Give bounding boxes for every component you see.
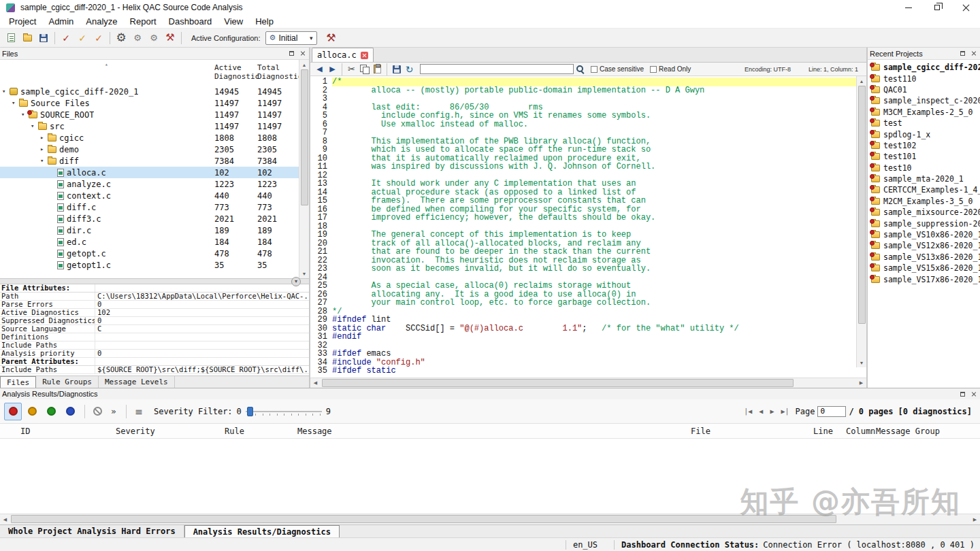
tab-files[interactable]: Files (0, 376, 36, 388)
recent-project-sample-vs15x86-2020-1[interactable]: sample_VS15x86-2020_1 (868, 263, 980, 273)
tree-item-dir-c[interactable]: dir.c189189 (0, 224, 309, 236)
column-header-severity[interactable]: Severity (116, 427, 225, 436)
tab-analysis-results-diagnostics[interactable]: Analysis Results/Diagnostics (184, 525, 340, 537)
tab-whole-project-analysis-hard-errors[interactable]: Whole Project Analysis Hard Errors (0, 525, 184, 537)
editor-tab-alloca-c[interactable]: alloca.c (312, 48, 374, 62)
slider-handle[interactable] (247, 407, 253, 416)
recent-project-sample-vs10x86-2020-1[interactable]: sample_VS10x86-2020_1 (868, 229, 980, 240)
project-properties-button[interactable]: ⚒ (323, 30, 340, 46)
tree-item-getopt1-c[interactable]: getopt1.c3535 (0, 259, 309, 271)
tree-item-cgicc[interactable]: ▸cgicc18081808 (0, 132, 309, 144)
last-page-icon[interactable]: ▶| (777, 407, 792, 415)
tree-item-analyze-c[interactable]: analyze.c12231223 (0, 178, 309, 190)
recent-project-sample-mixsource-2020-1[interactable]: sample_mixsource-2020_1 (868, 207, 980, 218)
scrollbar-thumb[interactable] (11, 515, 836, 523)
new-project-icon[interactable] (3, 30, 19, 46)
tree-item-context-c[interactable]: context.c440440 (0, 190, 309, 201)
column-header-message[interactable]: Message (297, 427, 691, 436)
remove-analysis-gear-icon[interactable]: ⚙ (146, 30, 162, 46)
build-tools-icon[interactable]: ⚒ (162, 30, 178, 46)
scroll-down-icon[interactable]: ▼ (860, 358, 864, 367)
recent-project-test10[interactable]: test10 (868, 163, 980, 173)
column-header-rule[interactable]: Rule (225, 427, 297, 436)
tree-item-sample-cgicc-diff-2020-1[interactable]: ▾sample_cgicc_diff-2020_11494514945 (0, 86, 309, 97)
editor-horizontal-scrollbar[interactable]: ◀ ▶ (310, 378, 866, 388)
tree-item-ed-c[interactable]: ed.c184184 (0, 236, 309, 248)
scroll-right-icon[interactable]: ▶ (856, 378, 866, 388)
recent-project-certccm-examples-1-4-0[interactable]: CERTCCM_Examples-1_4_0 (868, 184, 980, 195)
severity-filter-slider[interactable] (246, 406, 322, 417)
close-panel-button[interactable] (298, 49, 307, 58)
tree-item-source-files[interactable]: ▾Source Files1149711497 (0, 97, 309, 109)
suppressed-diagnostics-icon[interactable] (89, 403, 105, 420)
read-only-checkbox[interactable] (650, 66, 657, 73)
collapse-icon[interactable]: ▾ (12, 100, 19, 106)
undock-panel-button[interactable] (958, 390, 967, 399)
copy-icon[interactable] (358, 63, 371, 75)
results-table-body[interactable] (0, 439, 980, 514)
open-project-icon[interactable] (19, 30, 35, 46)
collapse-splitter-button[interactable] (291, 277, 301, 286)
results-horizontal-scrollbar[interactable]: ◀ ▶ (0, 514, 980, 524)
menu-item-admin[interactable]: Admin (42, 15, 80, 28)
menu-item-dashboard[interactable]: Dashboard (163, 15, 218, 28)
scroll-up-icon[interactable]: ▲ (302, 60, 307, 69)
expand-icon[interactable]: ▸ (40, 146, 48, 152)
files-panel-splitter[interactable] (0, 278, 309, 284)
close-panel-button[interactable] (969, 390, 978, 399)
tree-item-src[interactable]: ▾src1149711497 (0, 120, 309, 132)
collapse-icon[interactable]: ▾ (31, 123, 38, 129)
severity-warning-icon[interactable] (23, 403, 41, 420)
analyze-modified-files-icon[interactable]: ✓ (74, 30, 91, 46)
analyze-project-icon[interactable]: ✓ (91, 30, 107, 46)
menu-item-analyze[interactable]: Analyze (80, 15, 123, 28)
tree-item-demo[interactable]: ▸demo23052305 (0, 144, 309, 155)
scroll-up-icon[interactable]: ▴ (105, 62, 108, 86)
recent-project-test110[interactable]: test110 (868, 73, 980, 84)
recent-project-qac01[interactable]: QAC01 (868, 84, 980, 95)
prev-page-icon[interactable]: ◀ (755, 407, 766, 415)
menu-item-report[interactable]: Report (124, 15, 163, 28)
search-icon[interactable] (576, 65, 585, 73)
paste-icon[interactable] (371, 63, 384, 75)
forward-icon[interactable]: ▶ (326, 63, 339, 75)
scroll-down-icon[interactable]: ▼ (302, 269, 307, 278)
column-header-file[interactable]: File (691, 427, 813, 436)
recent-project-m3cm-examples-2-5-0[interactable]: M3CM_Examples-2_5_0 (868, 107, 980, 118)
recent-project-sample-vs12x86-2020-1[interactable]: sample_VS12x86-2020_1 (868, 240, 980, 251)
scroll-left-icon[interactable]: ◀ (0, 514, 10, 524)
save-project-icon[interactable] (35, 30, 52, 46)
scroll-left-icon[interactable]: ◀ (310, 378, 321, 388)
settings-gear-icon[interactable]: ⚙ (113, 30, 129, 46)
view-menu-icon[interactable]: ≡ (131, 403, 147, 420)
menu-item-view[interactable]: View (218, 15, 249, 28)
next-page-icon[interactable]: ▶ (766, 407, 777, 415)
code-editor[interactable]: 1/*2 alloca -- (mostly) portable public-… (310, 76, 866, 378)
expand-icon[interactable]: ▸ (40, 135, 48, 141)
case-sensitive-checkbox[interactable] (591, 66, 598, 73)
menu-item-help[interactable]: Help (249, 15, 280, 28)
severity-note-icon[interactable] (61, 403, 79, 420)
close-tab-icon[interactable] (361, 52, 368, 59)
close-panel-button[interactable] (969, 49, 978, 58)
collapse-icon[interactable]: ▾ (2, 88, 10, 95)
reload-file-icon[interactable]: ↻ (403, 63, 416, 75)
save-file-icon[interactable] (390, 63, 403, 75)
collapse-icon[interactable]: ▾ (40, 158, 48, 164)
analyze-file-icon[interactable]: ✓ (58, 30, 74, 46)
recent-project-test101[interactable]: test101 (868, 151, 980, 162)
page-number-input[interactable] (817, 406, 846, 417)
cut-icon[interactable]: ✂ (345, 63, 358, 75)
column-header-message-group[interactable]: Message Group (876, 427, 980, 436)
scroll-up-icon[interactable]: ▲ (860, 76, 864, 86)
column-header-line[interactable]: Line (813, 427, 846, 436)
severity-error-icon[interactable] (4, 403, 22, 420)
tab-rule-groups[interactable]: Rule Groups (36, 376, 99, 388)
first-page-icon[interactable]: |◀ (740, 407, 755, 415)
scroll-right-icon[interactable]: ▶ (970, 514, 980, 524)
tree-item-diff[interactable]: ▾diff73847384 (0, 155, 309, 167)
recent-project-sample-cgicc-diff-2020-1[interactable]: sample_cgicc_diff-2020_1 (868, 62, 980, 73)
undock-panel-button[interactable] (958, 49, 967, 58)
minimize-button[interactable] (894, 0, 923, 15)
column-header-column[interactable]: Column (846, 427, 876, 436)
